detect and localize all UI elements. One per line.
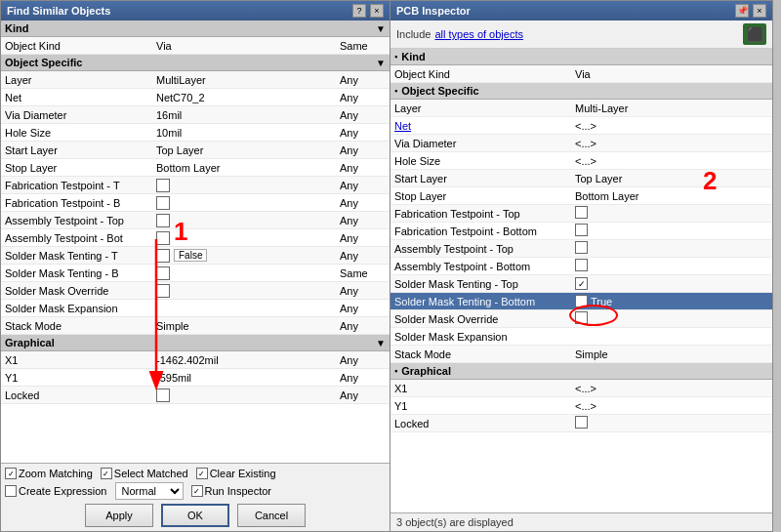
table-row: Solder Mask Tenting - Top: [390, 275, 772, 293]
table-row: Start Layer Top Layer: [390, 170, 772, 187]
table-row: Assembly Testpoint - Top Any: [1, 212, 390, 229]
table-row: Fabrication Testpoint - Top: [390, 205, 772, 223]
prop-value: Via: [152, 39, 336, 53]
table-row: Locked Any: [1, 387, 390, 404]
pcb-close-button[interactable]: ×: [753, 4, 766, 18]
pcb-cb-smtt[interactable]: [575, 277, 588, 290]
prop-value: 16mil: [152, 108, 336, 122]
pcb-prop-value: [571, 336, 772, 338]
pcb-cb-fabt[interactable]: [575, 206, 588, 219]
net-link[interactable]: Net: [394, 120, 411, 132]
table-row: Stack Mode Simple: [390, 346, 772, 363]
pcb-cb-fabb[interactable]: [575, 224, 588, 236]
create-expression-checkbox[interactable]: [5, 485, 17, 497]
pcb-prop-value: <...>: [571, 399, 772, 413]
ok-button[interactable]: OK: [161, 504, 229, 527]
checkbox-fab-t[interactable]: [156, 179, 170, 192]
prop-match: Any: [336, 91, 390, 104]
pcb-prop-label: Via Diameter: [390, 137, 571, 150]
prop-value: -1462.402mil: [152, 353, 336, 367]
prop-label: Solder Mask Tenting - T: [1, 249, 152, 263]
kind-section-header: Kind ▼: [1, 20, 390, 37]
pcb-cb-locked[interactable]: [575, 416, 588, 429]
prop-value: 10mil: [152, 126, 336, 140]
pcb-status-text: 3 object(s) are displayed: [396, 516, 514, 528]
prop-value: Bottom Layer: [152, 161, 336, 175]
graphical-section-arrow: ▼: [376, 338, 386, 348]
pcb-prop-value: <...>: [571, 382, 772, 395]
run-inspector-checkbox[interactable]: [191, 485, 203, 497]
checkbox-smo[interactable]: [156, 284, 170, 298]
apply-button[interactable]: Apply: [85, 504, 153, 527]
table-row: Solder Mask Tenting - T False Any: [1, 247, 390, 265]
pcb-prop-label: Locked: [390, 417, 571, 430]
table-row: Assembly Testpoint - Bot Any: [1, 229, 390, 247]
prop-label: Fabrication Testpoint - T: [1, 179, 152, 192]
prop-label: Layer: [1, 73, 152, 87]
pcb-types-link[interactable]: all types of objects: [434, 28, 523, 40]
pcb-kind-label: Kind: [401, 51, 425, 62]
prop-value: [152, 178, 336, 193]
pcb-cb-smtb[interactable]: [575, 295, 588, 307]
pcb-prop-label: Assembly Testpoint - Bottom: [390, 260, 571, 273]
zoom-matching-checkbox[interactable]: [5, 468, 17, 479]
pcb-cb-smo[interactable]: [575, 311, 588, 324]
checkbox-locked[interactable]: [156, 389, 170, 402]
pcb-kind-header: ▪ Kind: [390, 49, 772, 65]
table-row: Solder Mask Expansion: [390, 328, 772, 346]
select-matched-checkbox[interactable]: [101, 468, 112, 479]
pcb-prop-value: [571, 258, 772, 274]
pcb-inspector-panel: PCB Inspector 📌 × Include all types of o…: [390, 0, 773, 532]
checkbox-row-1: Zoom Matching Select Matched Clear Exist…: [5, 468, 386, 479]
run-inspector-item: Run Inspector: [191, 485, 271, 497]
pcb-graphical-toggle[interactable]: ▪: [394, 366, 397, 376]
checkbox-asm-b[interactable]: [156, 231, 170, 245]
pcb-prop-label: Fabrication Testpoint - Top: [390, 207, 571, 221]
find-similar-panel: Find Similar Objects ? × Kind ▼ Object K…: [0, 0, 390, 532]
pcb-graphical-header: ▪ Graphical: [390, 363, 772, 380]
kind-section-label: Kind: [5, 22, 28, 34]
expression-select[interactable]: Normal: [115, 482, 184, 500]
graphical-section-header: Graphical ▼: [1, 335, 390, 351]
clear-existing-checkbox[interactable]: [196, 468, 208, 479]
table-row: Solder Mask Expansion Any: [1, 300, 390, 317]
object-specific-label: Object Specific: [5, 57, 82, 68]
checkbox-smt[interactable]: [156, 249, 170, 263]
prop-label: Start Layer: [1, 143, 152, 157]
checkbox-smtb[interactable]: [156, 266, 170, 280]
pcb-kind-toggle[interactable]: ▪: [394, 52, 397, 61]
prop-match: Any: [336, 196, 390, 210]
prop-match: Any: [336, 249, 390, 263]
prop-value: NetC70_2: [152, 91, 336, 104]
pcb-prop-value: <...>: [571, 137, 772, 150]
pcb-prop-label: Y1: [390, 399, 571, 413]
find-panel-title: Find Similar Objects: [7, 5, 110, 17]
pcb-obj-toggle[interactable]: ▪: [394, 86, 397, 96]
checkbox-fab-b[interactable]: [156, 196, 170, 210]
prop-label: Assembly Testpoint - Top: [1, 214, 152, 227]
pcb-cb-asmb[interactable]: [575, 259, 588, 271]
prop-value: [152, 213, 336, 228]
checkbox-asm-t[interactable]: [156, 214, 170, 227]
prop-value: False: [152, 248, 336, 264]
obj-section-arrow: ▼: [376, 58, 386, 68]
prop-label: Y1: [1, 371, 152, 385]
table-row: Fabrication Testpoint - Bottom: [390, 223, 772, 240]
prop-match: Any: [336, 353, 390, 367]
find-panel-titlebar: Find Similar Objects ? ×: [1, 1, 390, 20]
kind-section-arrow: ▼: [376, 23, 386, 34]
pcb-chip-icon: ⬛: [743, 23, 766, 45]
help-button[interactable]: ?: [352, 4, 366, 18]
pcb-pin-button[interactable]: 📌: [735, 4, 749, 18]
pcb-cb-asmt[interactable]: [575, 241, 588, 254]
cancel-button[interactable]: Cancel: [237, 504, 306, 527]
prop-match: Any: [336, 371, 390, 385]
table-row: Layer MultiLayer Any: [1, 71, 390, 89]
pcb-prop-value: [571, 415, 772, 431]
prop-value: Simple: [152, 319, 336, 333]
zoom-matching-item: Zoom Matching: [5, 468, 93, 479]
prop-label: Fabrication Testpoint - B: [1, 196, 152, 210]
close-button[interactable]: ×: [370, 4, 384, 18]
prop-match: Any: [336, 179, 390, 192]
pcb-content-area: ▪ Kind Object Kind Via ▪ Object Specific…: [390, 49, 772, 512]
